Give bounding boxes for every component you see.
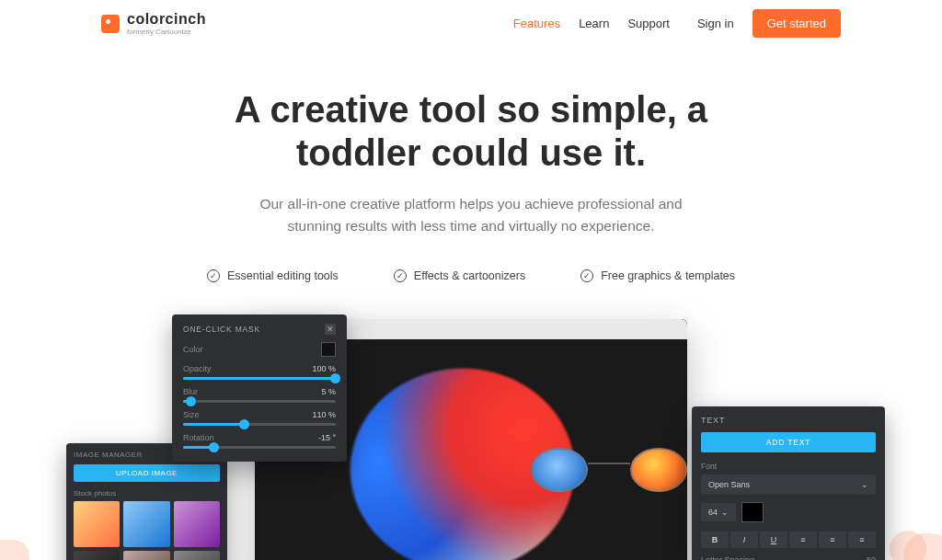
mask-opacity-label: Opacity: [183, 364, 212, 373]
blur-slider[interactable]: [183, 400, 336, 403]
hero-section: A creative tool so simple, a toddler cou…: [0, 88, 942, 236]
align-center-button[interactable]: ≡: [819, 531, 846, 548]
mask-blur-label: Blur: [183, 387, 198, 396]
mask-blur-value: 5 %: [321, 387, 336, 396]
mask-rotation-value: -15 °: [318, 433, 336, 442]
letter-spacing-label: Letter Spacing: [701, 555, 754, 560]
nav-features[interactable]: Features: [513, 17, 560, 30]
feature-effects: ✓ Effects & cartoonizers: [394, 269, 525, 282]
stock-thumbnail[interactable]: [174, 551, 220, 560]
brand-tagline: formerly Cartoonize: [127, 29, 206, 36]
stock-photos-label: Stock photos: [74, 489, 220, 497]
hero-title: A creative tool so simple, a toddler cou…: [0, 88, 942, 175]
stock-thumbnail[interactable]: [123, 501, 169, 547]
mask-size-label: Size: [183, 410, 200, 419]
check-icon: ✓: [580, 269, 593, 282]
feature-bullets: ✓ Essential editing tools ✓ Effects & ca…: [0, 269, 942, 282]
logo[interactable]: colorcinch formerly Cartoonize: [101, 11, 206, 36]
nav-learn[interactable]: Learn: [579, 17, 609, 30]
feature-templates: ✓ Free graphics & templates: [580, 269, 735, 282]
color-swatch[interactable]: [321, 342, 336, 357]
feature-editing-tools: ✓ Essential editing tools: [207, 269, 339, 282]
align-right-button[interactable]: ≡: [848, 531, 876, 548]
check-icon: ✓: [394, 269, 407, 282]
stock-thumbnail[interactable]: [74, 551, 120, 560]
nav-support[interactable]: Support: [627, 17, 670, 30]
text-color-swatch[interactable]: [741, 502, 764, 522]
text-panel-title: TEXT: [701, 416, 876, 425]
portrait-glasses: [531, 448, 687, 499]
logo-text: colorcinch formerly Cartoonize: [127, 12, 206, 36]
font-size-select[interactable]: 64 ⌄: [701, 503, 736, 521]
underline-button[interactable]: U: [760, 531, 787, 548]
add-text-button[interactable]: ADD TEXT: [701, 432, 876, 452]
letter-spacing-value: 50: [867, 555, 876, 560]
lens-right: [630, 448, 687, 492]
text-style-row: B I U ≡ ≡ ≡: [701, 531, 876, 548]
mask-panel-title: ONE-CLICK MASK: [183, 325, 260, 334]
bold-button[interactable]: B: [701, 531, 729, 548]
mask-opacity-value: 100 %: [312, 364, 336, 373]
upload-image-button[interactable]: UPLOAD IMAGE: [74, 464, 220, 482]
editor-mockup: ONE-CLICK MASK ✕ Color Opacity 100 % Blu…: [103, 319, 839, 560]
lens-left: [531, 448, 588, 492]
hero-subtitle: Our all-in-one creative platform helps y…: [0, 193, 942, 236]
brand-name: colorcinch: [127, 12, 206, 27]
logo-icon: [101, 15, 120, 33]
app-header: colorcinch formerly Cartoonize Features …: [0, 0, 942, 47]
primary-nav: Features Learn Support Sign in Get start…: [513, 9, 841, 38]
align-left-button[interactable]: ≡: [789, 531, 817, 548]
close-icon[interactable]: ✕: [325, 324, 336, 335]
glasses-bridge: [588, 463, 630, 464]
nav-signin[interactable]: Sign in: [697, 17, 734, 30]
mask-rotation-label: Rotation: [183, 433, 214, 442]
check-icon: ✓: [207, 269, 220, 282]
text-panel: TEXT ADD TEXT Font Open Sans ⌄ 64 ⌄ B I …: [692, 406, 885, 560]
stock-thumbnail[interactable]: [174, 501, 220, 547]
mask-size-value: 110 %: [312, 410, 336, 419]
size-slider[interactable]: [183, 423, 336, 426]
stock-thumbnails: [74, 501, 220, 560]
font-select[interactable]: Open Sans ⌄: [701, 474, 876, 495]
decorative-blob: [0, 540, 29, 560]
italic-button[interactable]: I: [730, 531, 758, 548]
stock-thumbnail[interactable]: [74, 501, 120, 547]
stock-thumbnail[interactable]: [123, 551, 169, 560]
mask-color-label: Color: [183, 345, 203, 354]
mask-panel: ONE-CLICK MASK ✕ Color Opacity 100 % Blu…: [172, 314, 347, 462]
chevron-down-icon: ⌄: [721, 508, 729, 517]
opacity-slider[interactable]: [183, 377, 336, 380]
chevron-down-icon: ⌄: [861, 480, 868, 489]
font-label: Font: [701, 462, 876, 471]
rotation-slider[interactable]: [183, 446, 336, 449]
get-started-button[interactable]: Get started: [752, 9, 841, 38]
